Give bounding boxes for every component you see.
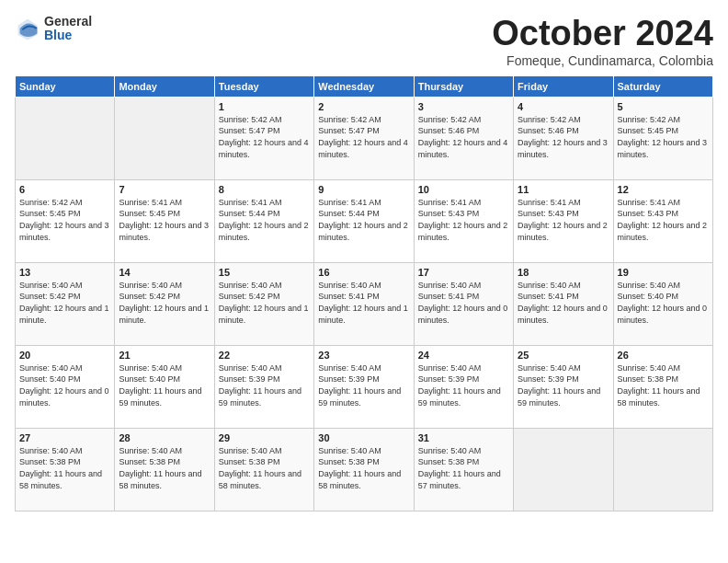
weekday-header-monday: Monday bbox=[115, 75, 214, 97]
calendar-cell: 20Sunrise: 5:40 AM Sunset: 5:40 PM Dayli… bbox=[16, 345, 115, 428]
calendar-cell: 30Sunrise: 5:40 AM Sunset: 5:38 PM Dayli… bbox=[314, 428, 414, 511]
calendar-cell: 7Sunrise: 5:41 AM Sunset: 5:45 PM Daylig… bbox=[115, 179, 214, 262]
day-content: Sunrise: 5:42 AM Sunset: 5:47 PM Dayligh… bbox=[219, 114, 310, 160]
day-content: Sunrise: 5:40 AM Sunset: 5:38 PM Dayligh… bbox=[418, 445, 509, 491]
calendar-cell: 6Sunrise: 5:42 AM Sunset: 5:45 PM Daylig… bbox=[16, 179, 115, 262]
logo-blue-text: Blue bbox=[44, 29, 92, 42]
logo-icon bbox=[15, 16, 40, 41]
day-number: 12 bbox=[618, 184, 709, 195]
calendar-cell: 10Sunrise: 5:41 AM Sunset: 5:43 PM Dayli… bbox=[414, 179, 513, 262]
day-content: Sunrise: 5:42 AM Sunset: 5:46 PM Dayligh… bbox=[418, 114, 509, 160]
day-content: Sunrise: 5:42 AM Sunset: 5:47 PM Dayligh… bbox=[318, 114, 409, 160]
calendar-cell: 27Sunrise: 5:40 AM Sunset: 5:38 PM Dayli… bbox=[16, 428, 115, 511]
day-content: Sunrise: 5:40 AM Sunset: 5:38 PM Dayligh… bbox=[318, 445, 409, 491]
month-title: October 2024 bbox=[492, 15, 713, 53]
day-number: 7 bbox=[119, 184, 210, 195]
day-content: Sunrise: 5:40 AM Sunset: 5:41 PM Dayligh… bbox=[418, 280, 509, 326]
day-number: 1 bbox=[219, 101, 310, 112]
logo-general-text: General bbox=[44, 15, 92, 29]
calendar-cell: 23Sunrise: 5:40 AM Sunset: 5:39 PM Dayli… bbox=[314, 345, 414, 428]
day-number: 22 bbox=[219, 350, 310, 361]
weekday-header-thursday: Thursday bbox=[414, 75, 513, 97]
day-number: 10 bbox=[418, 184, 509, 195]
weekday-header-sunday: Sunday bbox=[16, 75, 115, 97]
day-number: 9 bbox=[318, 184, 409, 195]
day-content: Sunrise: 5:41 AM Sunset: 5:43 PM Dayligh… bbox=[518, 197, 609, 243]
weekday-header-saturday: Saturday bbox=[613, 75, 712, 97]
day-number: 4 bbox=[518, 101, 609, 112]
weekday-header-tuesday: Tuesday bbox=[214, 75, 313, 97]
calendar-cell: 16Sunrise: 5:40 AM Sunset: 5:41 PM Dayli… bbox=[314, 262, 414, 345]
calendar-cell: 24Sunrise: 5:40 AM Sunset: 5:39 PM Dayli… bbox=[414, 345, 513, 428]
calendar-week-row: 6Sunrise: 5:42 AM Sunset: 5:45 PM Daylig… bbox=[16, 179, 713, 262]
day-content: Sunrise: 5:40 AM Sunset: 5:38 PM Dayligh… bbox=[19, 445, 110, 491]
calendar-cell bbox=[613, 428, 712, 511]
calendar-cell: 17Sunrise: 5:40 AM Sunset: 5:41 PM Dayli… bbox=[414, 262, 513, 345]
logo: General Blue bbox=[15, 15, 92, 43]
day-content: Sunrise: 5:40 AM Sunset: 5:39 PM Dayligh… bbox=[318, 362, 409, 408]
day-number: 24 bbox=[418, 350, 509, 361]
calendar-week-row: 27Sunrise: 5:40 AM Sunset: 5:38 PM Dayli… bbox=[16, 428, 713, 511]
weekday-header-row: SundayMondayTuesdayWednesdayThursdayFrid… bbox=[16, 75, 713, 97]
day-content: Sunrise: 5:42 AM Sunset: 5:46 PM Dayligh… bbox=[518, 114, 609, 160]
calendar-cell: 22Sunrise: 5:40 AM Sunset: 5:39 PM Dayli… bbox=[214, 345, 313, 428]
calendar-cell: 19Sunrise: 5:40 AM Sunset: 5:40 PM Dayli… bbox=[613, 262, 712, 345]
page-header: General Blue October 2024 Fomeque, Cundi… bbox=[15, 15, 713, 68]
day-content: Sunrise: 5:40 AM Sunset: 5:41 PM Dayligh… bbox=[318, 280, 409, 326]
calendar-cell bbox=[514, 428, 613, 511]
calendar-cell: 2Sunrise: 5:42 AM Sunset: 5:47 PM Daylig… bbox=[314, 97, 414, 179]
day-content: Sunrise: 5:41 AM Sunset: 5:45 PM Dayligh… bbox=[119, 197, 210, 243]
calendar-cell: 25Sunrise: 5:40 AM Sunset: 5:39 PM Dayli… bbox=[514, 345, 613, 428]
day-number: 8 bbox=[219, 184, 310, 195]
day-content: Sunrise: 5:40 AM Sunset: 5:42 PM Dayligh… bbox=[19, 280, 110, 326]
calendar-cell: 9Sunrise: 5:41 AM Sunset: 5:44 PM Daylig… bbox=[314, 179, 414, 262]
day-number: 28 bbox=[119, 432, 210, 443]
day-number: 16 bbox=[318, 267, 409, 278]
title-block: October 2024 Fomeque, Cundinamarca, Colo… bbox=[492, 15, 713, 68]
day-content: Sunrise: 5:40 AM Sunset: 5:41 PM Dayligh… bbox=[518, 280, 609, 326]
calendar-cell bbox=[16, 97, 115, 179]
day-content: Sunrise: 5:40 AM Sunset: 5:40 PM Dayligh… bbox=[618, 280, 709, 326]
day-number: 20 bbox=[19, 350, 110, 361]
day-content: Sunrise: 5:42 AM Sunset: 5:45 PM Dayligh… bbox=[19, 197, 110, 243]
day-number: 18 bbox=[518, 267, 609, 278]
calendar-cell: 14Sunrise: 5:40 AM Sunset: 5:42 PM Dayli… bbox=[115, 262, 214, 345]
calendar-cell: 13Sunrise: 5:40 AM Sunset: 5:42 PM Dayli… bbox=[16, 262, 115, 345]
location-subtitle: Fomeque, Cundinamarca, Colombia bbox=[492, 53, 713, 68]
calendar-table: SundayMondayTuesdayWednesdayThursdayFrid… bbox=[15, 75, 713, 511]
day-number: 27 bbox=[19, 432, 110, 443]
calendar-week-row: 13Sunrise: 5:40 AM Sunset: 5:42 PM Dayli… bbox=[16, 262, 713, 345]
day-content: Sunrise: 5:40 AM Sunset: 5:42 PM Dayligh… bbox=[119, 280, 210, 326]
calendar-cell: 5Sunrise: 5:42 AM Sunset: 5:45 PM Daylig… bbox=[613, 97, 712, 179]
day-number: 30 bbox=[318, 432, 409, 443]
weekday-header-wednesday: Wednesday bbox=[314, 75, 414, 97]
calendar-week-row: 1Sunrise: 5:42 AM Sunset: 5:47 PM Daylig… bbox=[16, 97, 713, 179]
calendar-cell: 21Sunrise: 5:40 AM Sunset: 5:40 PM Dayli… bbox=[115, 345, 214, 428]
day-number: 2 bbox=[318, 101, 409, 112]
day-number: 29 bbox=[219, 432, 310, 443]
day-number: 15 bbox=[219, 267, 310, 278]
day-content: Sunrise: 5:40 AM Sunset: 5:40 PM Dayligh… bbox=[19, 362, 110, 408]
day-content: Sunrise: 5:40 AM Sunset: 5:38 PM Dayligh… bbox=[219, 445, 310, 491]
calendar-cell: 12Sunrise: 5:41 AM Sunset: 5:43 PM Dayli… bbox=[613, 179, 712, 262]
day-number: 17 bbox=[418, 267, 509, 278]
calendar-week-row: 20Sunrise: 5:40 AM Sunset: 5:40 PM Dayli… bbox=[16, 345, 713, 428]
calendar-cell: 31Sunrise: 5:40 AM Sunset: 5:38 PM Dayli… bbox=[414, 428, 513, 511]
day-content: Sunrise: 5:40 AM Sunset: 5:42 PM Dayligh… bbox=[219, 280, 310, 326]
calendar-cell: 1Sunrise: 5:42 AM Sunset: 5:47 PM Daylig… bbox=[214, 97, 313, 179]
calendar-cell: 4Sunrise: 5:42 AM Sunset: 5:46 PM Daylig… bbox=[514, 97, 613, 179]
day-content: Sunrise: 5:40 AM Sunset: 5:38 PM Dayligh… bbox=[618, 362, 709, 408]
day-content: Sunrise: 5:40 AM Sunset: 5:40 PM Dayligh… bbox=[119, 362, 210, 408]
day-number: 23 bbox=[318, 350, 409, 361]
calendar-cell: 18Sunrise: 5:40 AM Sunset: 5:41 PM Dayli… bbox=[514, 262, 613, 345]
day-content: Sunrise: 5:41 AM Sunset: 5:43 PM Dayligh… bbox=[618, 197, 709, 243]
day-content: Sunrise: 5:40 AM Sunset: 5:39 PM Dayligh… bbox=[219, 362, 310, 408]
day-content: Sunrise: 5:40 AM Sunset: 5:39 PM Dayligh… bbox=[418, 362, 509, 408]
day-content: Sunrise: 5:41 AM Sunset: 5:44 PM Dayligh… bbox=[318, 197, 409, 243]
day-number: 26 bbox=[618, 350, 709, 361]
day-content: Sunrise: 5:40 AM Sunset: 5:38 PM Dayligh… bbox=[119, 445, 210, 491]
day-number: 3 bbox=[418, 101, 509, 112]
logo-text: General Blue bbox=[44, 15, 92, 43]
calendar-cell: 8Sunrise: 5:41 AM Sunset: 5:44 PM Daylig… bbox=[214, 179, 313, 262]
day-number: 25 bbox=[518, 350, 609, 361]
